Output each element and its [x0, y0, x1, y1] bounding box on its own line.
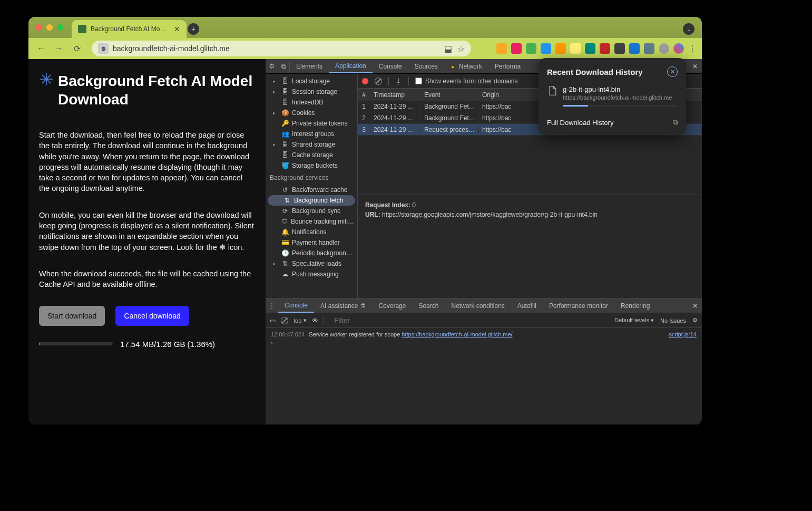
extensions-puzzle-icon[interactable] — [659, 43, 669, 54]
full-history-link[interactable]: Full Download History — [547, 119, 613, 127]
close-window-button[interactable] — [36, 24, 42, 31]
show-events-checkbox[interactable]: Show events from other domains — [415, 78, 517, 85]
maximize-window-button[interactable] — [57, 24, 63, 31]
sidebar-item-private-state-tokens[interactable]: 🔑Private state tokens — [266, 118, 357, 129]
browser-toolbar: ← → ⟳ ⚙ backgroundfetch-ai-model.glitch.… — [28, 38, 702, 59]
progress-fill — [39, 342, 40, 345]
extension-icon[interactable] — [511, 43, 522, 54]
console-filter-input[interactable] — [329, 314, 435, 326]
new-tab-button[interactable]: + — [188, 23, 199, 35]
browser-menu-icon[interactable]: ⋮ — [688, 44, 697, 54]
extension-icon[interactable] — [614, 43, 625, 54]
sidebar-item-indexeddb[interactable]: 🗄IndexedDB — [266, 97, 357, 108]
drawer-tab-autofill[interactable]: Autofill — [511, 298, 543, 313]
sidebar-item-bfcache[interactable]: ↺Back/forward cache — [266, 185, 357, 195]
sidebar-item-background-fetch[interactable]: ⇅Background fetch — [268, 195, 355, 206]
minimize-window-button[interactable] — [46, 24, 53, 31]
drawer-tab-rendering[interactable]: Rendering — [614, 298, 656, 313]
sidebar-item-background-sync[interactable]: ⟳Background sync — [266, 206, 357, 216]
profile-avatar[interactable] — [673, 43, 684, 54]
progress-area: 17.54 MB/1.26 GB (1.36%) — [39, 340, 255, 349]
clear-button[interactable] — [375, 78, 382, 85]
sidebar-item-local-storage[interactable]: ▸🗄Local storage — [266, 76, 357, 86]
close-drawer-icon[interactable]: ✕ — [692, 302, 698, 310]
titlebar: Background Fetch AI Model D ✕ + ⌄ — [28, 17, 702, 38]
drawer-tab-coverage[interactable]: Coverage — [372, 298, 412, 313]
external-link-icon[interactable]: ⧉ — [673, 118, 678, 127]
console-drawer: ⋮ Console AI assistance ⚗ Coverage Searc… — [266, 298, 702, 425]
event-detail: Request Index: 0 URL: https://storage.go… — [358, 195, 702, 225]
sidebar-item-cookies[interactable]: ▸🍪Cookies — [266, 108, 357, 118]
sidebar-item-notifications[interactable]: 🔔Notifications — [266, 227, 357, 237]
back-button[interactable]: ← — [34, 41, 48, 56]
sidebar-item-shared-storage[interactable]: ▸🗄Shared storage — [266, 139, 357, 150]
extension-icon[interactable] — [541, 43, 551, 54]
extension-icon[interactable] — [600, 43, 610, 54]
sidebar-item-interest-groups[interactable]: 👥Interest groups — [266, 129, 357, 139]
console-sidebar-toggle-icon[interactable]: ▭ — [270, 317, 276, 324]
console-prompt[interactable]: › — [271, 340, 697, 346]
bookmark-icon[interactable]: ☆ — [457, 44, 465, 54]
extension-icon[interactable] — [585, 43, 595, 54]
drawer-toggle-icon[interactable]: ⋮ — [266, 298, 278, 313]
sidebar-item-push-messaging[interactable]: ☁Push messaging — [266, 269, 357, 279]
sidebar-item-payment-handler[interactable]: 💳Payment handler — [266, 237, 357, 248]
tab-close-icon[interactable]: ✕ — [174, 25, 180, 33]
address-bar[interactable]: ⚙ backgroundfetch-ai-model.glitch.me ⬓ ☆ — [92, 41, 471, 56]
issues-badge[interactable]: No Issues — [660, 317, 686, 324]
download-item[interactable]: g-2b-it-gpu-int4.bin https://backgroundf… — [547, 85, 678, 107]
tab-favicon — [78, 25, 86, 33]
sidebar-section-header: Background services — [266, 171, 357, 185]
drawer-tab-performance-monitor[interactable]: Performance monitor — [543, 298, 614, 313]
sidebar-item-storage-buckets[interactable]: 🪣Storage buckets — [266, 160, 357, 171]
site-info-icon[interactable]: ⚙ — [98, 43, 109, 54]
reload-button[interactable]: ⟳ — [70, 41, 84, 56]
extension-icon[interactable] — [570, 43, 581, 54]
tab-sources[interactable]: Sources — [408, 59, 444, 73]
drawer-tab-network-conditions[interactable]: Network conditions — [445, 298, 511, 313]
record-button[interactable] — [362, 78, 368, 84]
forward-button[interactable]: → — [52, 41, 66, 56]
web-page: Background Fetch AI Model Download Start… — [28, 59, 266, 425]
sidebar-item-bounce-tracking[interactable]: 🛡Bounce tracking miti… — [266, 216, 357, 227]
tab-elements[interactable]: Elements — [290, 59, 329, 73]
log-levels-selector[interactable]: Default levels ▾ — [614, 317, 654, 324]
live-expression-icon[interactable]: 👁 — [312, 317, 318, 324]
browser-tab[interactable]: Background Fetch AI Model D ✕ — [72, 20, 187, 38]
tab-network[interactable]: Network — [444, 59, 488, 73]
extension-icon[interactable] — [555, 43, 566, 54]
console-source-link[interactable]: script.js:14 — [669, 331, 697, 338]
device-toggle-icon[interactable]: ⧉ — [278, 59, 289, 73]
console-link[interactable]: https://backgroundfetch-ai-model.glitch.… — [402, 331, 512, 338]
tab-console[interactable]: Console — [373, 59, 408, 73]
sidebar-item-speculative-loads[interactable]: ▸⇅Speculative loads — [266, 258, 357, 269]
drawer-tab-search[interactable]: Search — [412, 298, 445, 313]
popup-close-button[interactable]: ✕ — [667, 66, 678, 77]
install-pwa-icon[interactable]: ⬓ — [444, 44, 452, 54]
sidebar-item-session-storage[interactable]: ▸🗄Session storage — [266, 86, 357, 97]
tab-application[interactable]: Application — [329, 59, 373, 73]
console-settings-icon[interactable]: ⚙ — [692, 317, 698, 324]
progress-bar — [39, 342, 113, 345]
clear-console-button[interactable] — [281, 317, 288, 324]
cancel-download-button[interactable]: Cancel download — [115, 306, 189, 326]
drawer-tab-console[interactable]: Console — [278, 298, 314, 313]
drawer-tab-ai-assistance[interactable]: AI assistance ⚗ — [314, 298, 372, 313]
extension-icon[interactable] — [526, 43, 536, 54]
start-download-button[interactable]: Start download — [39, 306, 105, 326]
download-icon[interactable]: ⭳ — [395, 77, 402, 85]
close-devtools-icon[interactable]: ✕ — [692, 63, 698, 70]
sidebar-item-cache-storage[interactable]: 🗄Cache storage — [266, 150, 357, 160]
download-filename: g-2b-it-gpu-int4.bin — [563, 85, 678, 93]
inspect-icon[interactable]: ⯐ — [266, 59, 278, 73]
download-url: https://backgroundfetch-ai-model.glitch.… — [563, 94, 678, 101]
context-selector[interactable]: top▾ — [294, 317, 307, 324]
tab-performance[interactable]: Performa — [488, 59, 527, 73]
paragraph: On mobile, you can even kill the browser… — [39, 210, 255, 253]
extension-icon[interactable] — [644, 43, 654, 54]
tab-overflow-button[interactable]: ⌄ — [683, 23, 694, 35]
download-history-popup: Recent Download History ✕ g-2b-it-gpu-in… — [539, 58, 686, 135]
extension-icon[interactable] — [496, 43, 507, 54]
sidebar-item-periodic-sync[interactable]: 🕒Periodic backgroun… — [266, 248, 357, 258]
extension-icon[interactable] — [629, 43, 640, 54]
